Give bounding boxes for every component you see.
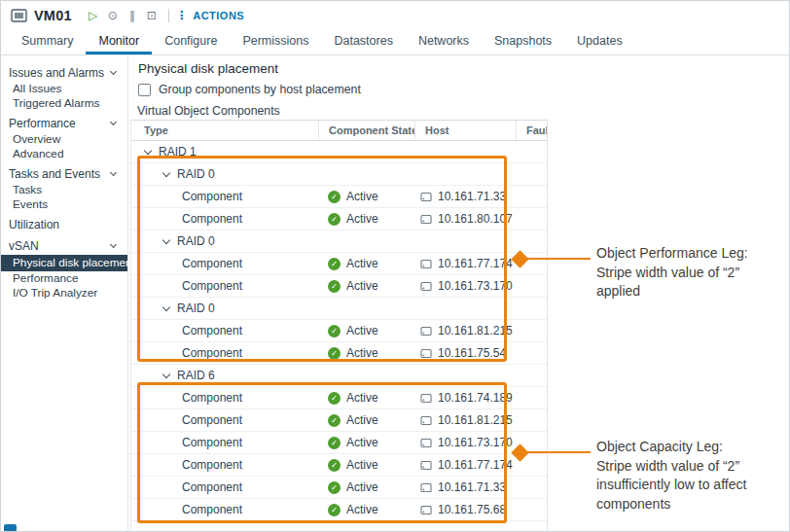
component-row[interactable]: Component✓Active10.161.80.107 [131, 208, 547, 231]
chevron-down-icon[interactable] [162, 168, 170, 176]
sidebar-section-label: Performance [9, 117, 76, 130]
chevron-down-icon [110, 241, 117, 248]
host-cell: 10.161.75.68 [414, 499, 516, 520]
group-row[interactable]: RAID 6 [131, 365, 547, 387]
type-label: RAID 0 [177, 301, 215, 315]
group-checkbox-row: Group components by host placement [138, 83, 361, 96]
component-state-cell: ✓Active [318, 477, 414, 498]
kebab-icon: ⋮ [176, 10, 189, 21]
column-header-fault-d[interactable]: Fault D [516, 121, 548, 140]
component-row[interactable]: Component✓Active10.161.77.174 [131, 253, 547, 275]
sidebar-item-advanced[interactable]: Advanced [1, 147, 127, 161]
tab-snapshots[interactable]: Snapshots [482, 30, 564, 54]
group-row[interactable]: RAID 0 [131, 163, 547, 186]
component-row[interactable]: Component✓Active10.161.81.215 [131, 409, 547, 432]
group-row[interactable]: RAID 1 [131, 141, 547, 163]
chevron-down-icon[interactable] [162, 370, 170, 377]
host-cell: 10.161.71.33 [414, 477, 516, 498]
component-row[interactable]: Component✓Active10.161.75.68 [131, 499, 547, 521]
host-icon [420, 438, 432, 448]
host-cell: 10.161.81.215 [414, 409, 516, 431]
host-ip: 10.161.71.33 [438, 480, 506, 494]
component-row[interactable]: Component✓Active10.161.71.33 [131, 186, 547, 208]
component-row[interactable]: Component✓Active10.161.77.174 [131, 454, 547, 477]
fault-domain-cell [516, 253, 548, 274]
sidebar-section-tasks-and-events[interactable]: Tasks and Events [1, 165, 127, 183]
tab-configure[interactable]: Configure [152, 30, 230, 54]
component-row[interactable]: Component✓Active10.161.74.189 [131, 387, 547, 409]
sidebar-item-tasks[interactable]: Tasks [1, 183, 127, 197]
component-state-cell: ✓Active [318, 186, 414, 207]
column-header-host[interactable]: Host [414, 121, 516, 140]
tab-updates[interactable]: Updates [564, 30, 635, 54]
host-cell [414, 365, 516, 386]
tab-datastores[interactable]: Datastores [321, 30, 405, 54]
sidebar-item-events[interactable]: Events [1, 197, 127, 212]
group-by-host-checkbox[interactable] [138, 84, 151, 96]
host-icon [420, 348, 432, 359]
component-state-cell: ✓Active [318, 320, 414, 341]
sidebar-item-triggered-alarms[interactable]: Triggered Alarms [1, 96, 127, 111]
sidebar-section-utilization[interactable]: Utilization [1, 216, 127, 233]
active-status-icon: ✓ [328, 280, 341, 293]
host-cell [414, 141, 516, 162]
tab-summary[interactable]: Summary [9, 30, 86, 54]
sidebar-item-physical-disk-placement[interactable]: Physical disk placement [1, 255, 127, 271]
active-status-icon: ✓ [328, 481, 341, 494]
shutdown-icon[interactable]: ⊙ [103, 9, 123, 22]
sidebar-section-label: Tasks and Events [9, 167, 100, 181]
sidebar-section-issues-and-alarms[interactable]: Issues and Alarms [1, 64, 127, 82]
group-row[interactable]: RAID 0 [131, 298, 547, 320]
fault-domain-cell [516, 208, 548, 230]
column-header-component-state[interactable]: Component State [318, 121, 414, 140]
chevron-down-icon[interactable] [144, 146, 152, 154]
snapshot-icon[interactable]: ⊡ [142, 9, 162, 22]
state-label: Active [346, 436, 378, 449]
active-status-icon: ✓ [328, 213, 341, 226]
component-row[interactable]: Component✓Active10.161.73.170 [131, 432, 547, 454]
active-status-icon: ✓ [328, 504, 341, 516]
type-cell: RAID 1 [131, 141, 318, 162]
type-cell: Component [131, 342, 318, 364]
sidebar-section-performance[interactable]: Performance [1, 115, 127, 132]
component-state-cell [318, 141, 414, 162]
state-label: Active [346, 413, 378, 427]
actions-menu-button[interactable]: ⋮ ACTIONS [176, 10, 245, 21]
suspend-icon[interactable]: ∥ [123, 9, 142, 22]
column-header-type[interactable]: Type [131, 121, 318, 140]
fault-domain-cell [516, 186, 548, 207]
vobj-table-header: TypeComponent StateHostFault D [131, 120, 547, 141]
tab-monitor[interactable]: Monitor [86, 30, 152, 54]
component-row[interactable]: Component✓Active10.161.75.54 [131, 342, 547, 365]
type-label: Component [182, 436, 242, 449]
host-icon [420, 482, 432, 493]
toolbar-divider [168, 9, 169, 22]
fault-domain-cell [516, 499, 548, 520]
host-icon [420, 259, 432, 269]
sidebar-item-performance[interactable]: Performance [1, 271, 127, 286]
host-icon [420, 415, 432, 426]
power-on-icon[interactable]: ▷ [84, 9, 103, 22]
host-ip: 10.161.81.215 [438, 324, 513, 337]
chevron-down-icon[interactable] [162, 235, 170, 243]
component-row[interactable]: Component✓Active10.161.73.170 [131, 275, 547, 298]
tab-permissions[interactable]: Permissions [230, 30, 321, 54]
sidebar-item-i-o-trip-analyzer[interactable]: I/O Trip Analyzer [1, 286, 127, 301]
sidebar-item-overview[interactable]: Overview [1, 132, 127, 147]
host-cell: 10.161.71.33 [414, 186, 516, 207]
component-state-cell: ✓Active [318, 454, 414, 476]
state-label: Active [346, 212, 378, 226]
tab-networks[interactable]: Networks [406, 30, 482, 54]
group-row[interactable]: RAID 0 [131, 231, 547, 253]
component-row[interactable]: Component✓Active10.161.81.215 [131, 320, 547, 342]
sidebar-item-all-issues[interactable]: All Issues [1, 82, 127, 96]
recent-tasks-icon[interactable] [4, 524, 17, 532]
type-label: Component [182, 480, 242, 494]
vm-toolbar: ▷⊙∥⊡ [84, 9, 162, 22]
host-icon [420, 214, 432, 225]
state-label: Active [346, 346, 378, 360]
chevron-down-icon [110, 169, 117, 176]
chevron-down-icon[interactable] [162, 302, 170, 310]
sidebar-section-vsan[interactable]: vSAN [1, 237, 127, 255]
component-row[interactable]: Component✓Active10.161.71.33 [131, 477, 547, 499]
